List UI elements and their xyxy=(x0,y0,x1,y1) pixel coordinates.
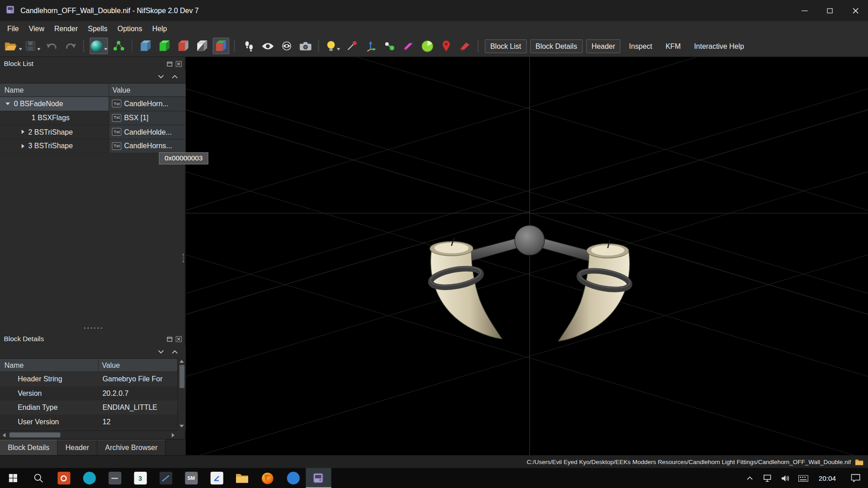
column-header-name[interactable]: Name xyxy=(0,84,109,96)
close-panel-button[interactable] xyxy=(175,336,181,342)
vertical-scrollbar[interactable] xyxy=(177,357,185,430)
folder-icon[interactable] xyxy=(855,458,864,465)
action-center-button[interactable] xyxy=(843,468,868,488)
save-button[interactable] xyxy=(24,38,41,54)
table-row[interactable]: Header String Gamebryo File For xyxy=(0,372,177,386)
scroll-left-icon[interactable] xyxy=(3,433,5,437)
menu-view[interactable]: View xyxy=(24,23,49,34)
scrollbar-thumb[interactable] xyxy=(9,432,61,437)
touch-keyboard-button[interactable] xyxy=(794,468,812,488)
float-panel-button[interactable] xyxy=(167,61,173,66)
taskbar-app-icon[interactable] xyxy=(280,468,306,488)
menu-help[interactable]: Help xyxy=(147,23,172,34)
tab-header[interactable]: Header xyxy=(58,440,98,455)
column-header-value[interactable]: Value xyxy=(109,86,185,94)
taskbar-app-icon[interactable] xyxy=(204,468,229,488)
maximize-button[interactable] xyxy=(817,0,842,21)
network-button[interactable] xyxy=(759,468,776,488)
menu-spells[interactable]: Spells xyxy=(83,23,112,34)
toolbar-grip[interactable] xyxy=(83,40,85,52)
toolbar-grip[interactable] xyxy=(477,40,480,52)
viewport-canvas[interactable] xyxy=(186,57,868,455)
start-button[interactable] xyxy=(0,468,25,488)
expand-arrow-icon[interactable] xyxy=(22,130,24,134)
chevron-down-icon[interactable] xyxy=(158,75,164,79)
table-row[interactable]: 2 BSTriShape Txt CandleHolde... xyxy=(0,125,186,139)
vertex-colors-toggle[interactable] xyxy=(90,38,108,54)
scroll-down-icon[interactable] xyxy=(179,425,184,427)
pin-needle-button[interactable] xyxy=(344,38,360,54)
minimize-button[interactable] xyxy=(792,0,817,21)
chevron-down-icon[interactable] xyxy=(158,350,164,354)
horizontal-scrollbar[interactable] xyxy=(0,430,177,439)
taskbar-app-icon[interactable] xyxy=(153,468,178,488)
axes-gizmo-button[interactable] xyxy=(362,38,379,54)
tab-archive-browser[interactable]: Archive Browser xyxy=(97,440,166,455)
scroll-up-icon[interactable] xyxy=(179,360,184,363)
undo-button[interactable] xyxy=(43,38,60,54)
table-row[interactable]: Endian Type ENDIAN_LITTLE xyxy=(0,400,177,414)
interactive-help-button[interactable]: Interactive Help xyxy=(689,40,749,52)
candle-horn-model[interactable] xyxy=(429,225,631,341)
toolbar-grip[interactable] xyxy=(318,40,320,52)
textures-cube-toggle[interactable] xyxy=(175,38,192,54)
nifskope-taskbar-icon[interactable] xyxy=(306,468,331,488)
open-file-button[interactable] xyxy=(5,38,22,54)
tray-chevron-button[interactable] xyxy=(741,468,759,488)
lighting-button[interactable] xyxy=(325,38,341,54)
3d-viewport[interactable] xyxy=(186,57,868,455)
expand-arrow-icon[interactable] xyxy=(22,144,24,148)
table-row[interactable]: 3 BSTriShape Txt CandleHorns... xyxy=(0,139,186,153)
show-hidden-button[interactable] xyxy=(259,38,276,54)
volume-button[interactable] xyxy=(777,468,794,488)
inspect-button[interactable]: Inspect xyxy=(624,40,657,52)
taskbar-app-icon[interactable] xyxy=(76,468,102,488)
render-cube-toggle[interactable] xyxy=(213,38,230,54)
markers-button[interactable] xyxy=(381,38,398,54)
taskbar-app-icon[interactable] xyxy=(102,468,127,488)
redo-button[interactable] xyxy=(62,38,79,54)
table-row[interactable]: Version 20.2.0.7 xyxy=(0,386,177,400)
walk-mode-button[interactable] xyxy=(241,38,257,54)
close-button[interactable] xyxy=(843,0,868,21)
screenshot-button[interactable] xyxy=(297,38,314,54)
table-row[interactable]: 0 BSFadeNode Txt CandleHorn... xyxy=(0,97,186,111)
file-explorer-icon[interactable] xyxy=(229,468,255,488)
menu-file[interactable]: File xyxy=(2,23,24,34)
show-nodes-toggle[interactable] xyxy=(110,38,127,54)
collapse-arrow-icon[interactable] xyxy=(5,102,10,105)
taskbar-clock[interactable]: 20:04 xyxy=(812,474,843,482)
table-row[interactable]: 1 BSXFlags Txt BSX [1] xyxy=(0,111,186,125)
toggle-block-details-button[interactable]: Block Details xyxy=(530,39,583,53)
eraser-button[interactable] xyxy=(457,38,473,54)
scroll-right-icon[interactable] xyxy=(172,433,175,437)
shaded-cube-toggle[interactable] xyxy=(194,38,211,54)
firefox-icon[interactable] xyxy=(255,468,280,488)
tab-block-details[interactable]: Block Details xyxy=(0,440,58,455)
float-panel-button[interactable] xyxy=(167,336,173,342)
toggle-block-list-button[interactable]: Block List xyxy=(485,39,527,53)
solid-cube-toggle[interactable] xyxy=(156,38,173,54)
column-header-name[interactable]: Name xyxy=(0,359,99,371)
close-panel-button[interactable] xyxy=(175,61,181,66)
search-button[interactable] xyxy=(25,468,51,488)
location-pin-button[interactable] xyxy=(438,38,454,54)
excel-taskbar-icon[interactable]: 3 xyxy=(127,468,153,488)
taskbar-app-icon[interactable]: SM xyxy=(179,468,204,488)
chevron-up-icon[interactable] xyxy=(172,350,178,354)
toolbar-grip[interactable] xyxy=(234,40,236,52)
paint-brush-button[interactable] xyxy=(400,38,417,54)
column-header-value[interactable]: Value xyxy=(99,361,177,369)
table-row[interactable]: User Version 12 xyxy=(0,414,177,428)
panel-splitter[interactable] xyxy=(0,324,186,332)
chevron-up-icon[interactable] xyxy=(172,75,178,79)
scrollbar-thumb[interactable] xyxy=(179,365,184,388)
toggle-header-button[interactable]: Header xyxy=(586,39,621,53)
menu-render[interactable]: Render xyxy=(49,23,83,34)
visibility-button[interactable] xyxy=(278,38,295,54)
panel-resize-grip[interactable] xyxy=(183,253,185,263)
taskbar-app-icon[interactable] xyxy=(51,468,76,488)
time-button[interactable] xyxy=(419,38,435,54)
wireframe-cube-toggle[interactable] xyxy=(137,38,154,54)
menu-options[interactable]: Options xyxy=(113,23,147,34)
